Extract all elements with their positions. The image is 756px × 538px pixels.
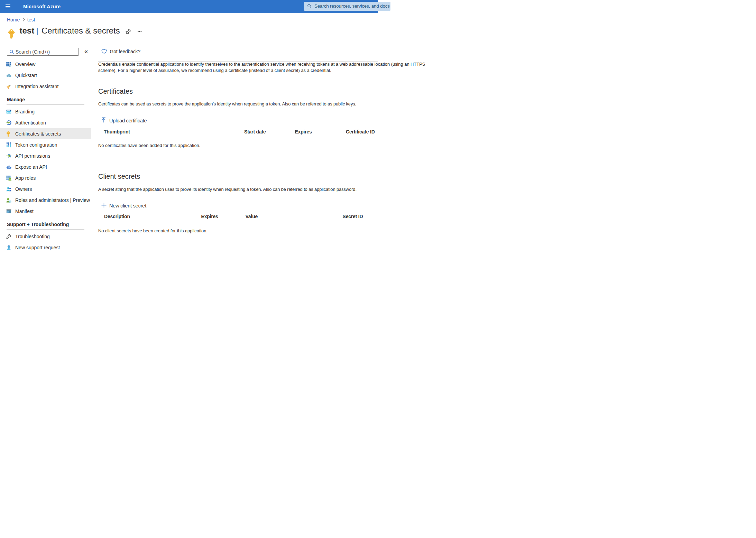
svg-text:{ }: { } bbox=[7, 210, 9, 213]
svg-text:www: www bbox=[7, 111, 11, 113]
